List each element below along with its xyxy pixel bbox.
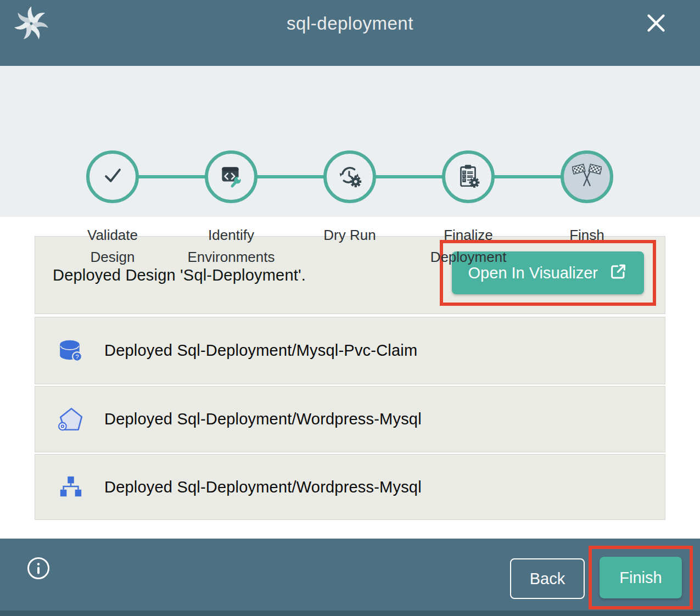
step-label: Identify Environments — [182, 224, 280, 268]
deployment-stepper: Validate Design Ide — [0, 66, 700, 217]
step-label: Dry Run — [301, 224, 399, 246]
step-dry-run[interactable]: Dry Run — [290, 150, 409, 268]
dialog-title: sql-deployment — [0, 13, 700, 34]
footer-bottom-strip — [0, 611, 700, 616]
step-finish[interactable]: Finsh — [528, 150, 646, 268]
close-icon[interactable] — [644, 11, 668, 35]
step-circle — [561, 150, 613, 203]
step-identify-environments[interactable]: Identify Environments — [172, 150, 290, 268]
svg-text:?: ? — [75, 353, 79, 360]
deployed-resource-row[interactable]: Deployed Sql-Deployment/Wordpress-Mysql — [35, 386, 665, 452]
deployed-resource-label: Deployed Sql-Deployment/Wordpress-Mysql — [104, 410, 422, 428]
info-icon[interactable] — [26, 556, 51, 580]
step-label: Validate Design — [64, 224, 161, 268]
dialog-header: sql-deployment — [0, 0, 700, 66]
step-label: Finsh — [538, 224, 636, 246]
pentagon-icon — [57, 406, 85, 433]
step-finalize-deployment[interactable]: Finalize Deployment — [409, 150, 528, 268]
finish-button[interactable]: Finish — [600, 557, 682, 598]
clipboard-gear-icon — [455, 162, 482, 192]
database-icon: ? — [57, 337, 85, 365]
step-circle — [205, 150, 257, 203]
deployed-resource-row[interactable]: ? Deployed Sql-Deployment/Mysql-Pvc-Clai… — [35, 317, 665, 384]
deployed-resource-row[interactable]: Deployed Sql-Deployment/Wordpress-Mysql — [35, 454, 665, 520]
step-circle — [442, 150, 495, 203]
dialog-footer: Back Finish — [0, 539, 700, 611]
back-button[interactable]: Back — [510, 558, 585, 599]
deployed-resource-label: Deployed Sql-Deployment/Mysql-Pvc-Claim — [104, 341, 417, 360]
step-label: Finalize Deployment — [419, 224, 517, 268]
hierarchy-icon — [57, 473, 85, 501]
step-circle — [323, 150, 376, 203]
highlight-box-finish: Finish — [589, 546, 693, 609]
step-circle — [86, 150, 139, 203]
deployed-resource-label: Deployed Sql-Deployment/Wordpress-Mysql — [104, 478, 422, 496]
checkered-flags-icon — [572, 161, 602, 193]
deployed-design-message: Deployed Design 'Sql-Deployment'. — [53, 266, 306, 284]
check-icon — [98, 161, 127, 192]
sync-gear-icon — [335, 161, 364, 192]
code-wrench-icon — [217, 162, 245, 192]
step-validate-design[interactable]: Validate Design — [53, 150, 172, 268]
